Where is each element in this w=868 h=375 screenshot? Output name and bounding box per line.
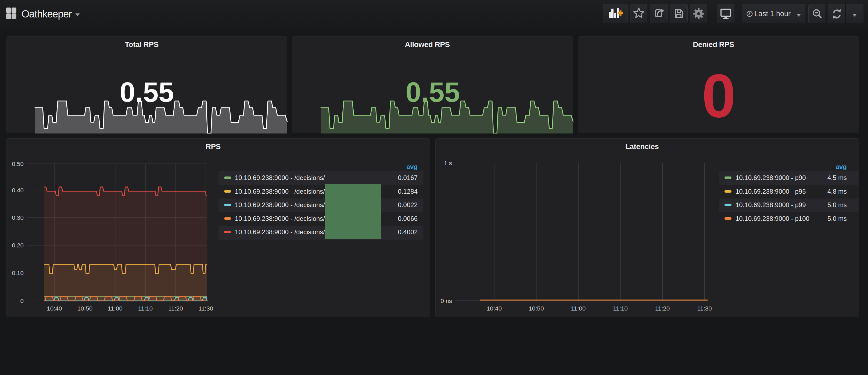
svg-text:11:20: 11:20: [168, 305, 183, 312]
svg-text:10:40: 10:40: [487, 305, 502, 312]
svg-text:11:10: 11:10: [138, 305, 153, 312]
svg-text:10:50: 10:50: [529, 305, 544, 312]
svg-text:10:40: 10:40: [47, 305, 62, 312]
svg-text:11:00: 11:00: [108, 305, 123, 312]
svg-text:10:50: 10:50: [78, 305, 92, 312]
svg-text:0.40: 0.40: [12, 187, 24, 194]
svg-text:11:30: 11:30: [198, 305, 213, 312]
svg-text:0.20: 0.20: [12, 242, 24, 249]
svg-text:11:30: 11:30: [697, 305, 712, 312]
svg-text:0.50: 0.50: [12, 161, 24, 167]
svg-text:0.10: 0.10: [12, 270, 24, 276]
svg-text:11:00: 11:00: [571, 305, 586, 312]
svg-text:0 ns: 0 ns: [440, 298, 452, 304]
svg-text:1 s: 1 s: [444, 160, 452, 166]
svg-text:0: 0: [20, 298, 24, 304]
svg-text:11:20: 11:20: [655, 305, 670, 312]
svg-text:0.30: 0.30: [12, 214, 24, 221]
svg-text:11:10: 11:10: [613, 305, 628, 312]
